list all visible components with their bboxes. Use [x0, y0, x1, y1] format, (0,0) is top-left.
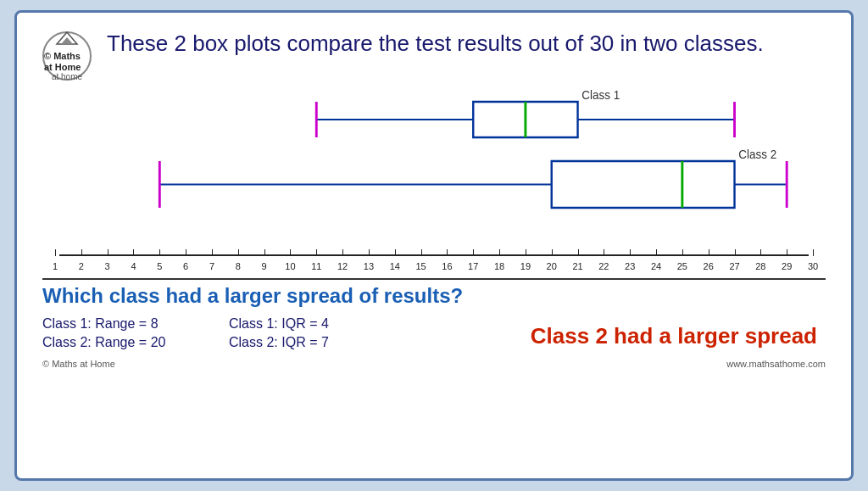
tick-mark [552, 249, 553, 256]
number-line: 1234567891011121314151617181920212223242… [42, 237, 826, 271]
axis-label: 12 [337, 261, 348, 271]
class2-iqr: Class 2: IQR = 7 [229, 335, 398, 350]
axis-label: 11 [311, 261, 321, 271]
axis-label: 28 [755, 261, 765, 271]
tick-mark [212, 249, 213, 256]
tick-mark [473, 249, 474, 256]
svg-marker-1 [61, 37, 73, 44]
footer-right: www.mathsathome.com [726, 359, 826, 369]
tick-mark [395, 249, 396, 256]
tick-mark [342, 249, 343, 256]
tick-mark [316, 249, 317, 256]
tick-mark [133, 249, 134, 256]
tick-mark [578, 249, 579, 256]
tick-mark [630, 249, 631, 256]
axis-label: 27 [729, 261, 739, 271]
logo-maths-text: © Maths at Home [44, 51, 90, 71]
tick-mark [108, 249, 108, 256]
iqr-stats: Class 1: IQR = 4 Class 2: IQR = 7 [229, 316, 398, 350]
question-text: Which class had a larger spread of resul… [42, 284, 826, 308]
tick-mark [369, 249, 370, 256]
logo-home-text: at home [52, 72, 82, 81]
class2-range: Class 2: Range = 20 [42, 335, 212, 350]
class1-range: Class 1: Range = 8 [42, 316, 212, 332]
axis-label: 16 [442, 261, 452, 271]
range-stats: Class 1: Range = 8 Class 2: Range = 20 [42, 316, 212, 350]
tick-mark [735, 249, 736, 256]
axis-label: 13 [364, 261, 374, 271]
axis-label: 10 [285, 261, 295, 271]
tick-mark [787, 249, 787, 256]
tick-mark [499, 249, 500, 256]
main-card: © Maths at Home at home These 2 box plot… [14, 10, 854, 481]
tick-mark [760, 249, 761, 256]
svg-text:Class 2: Class 2 [738, 148, 776, 161]
plots-area: Class 1Class 2 1234567891011121314151617… [42, 89, 826, 271]
tick-mark [264, 249, 265, 256]
axis-label: 7 [209, 261, 214, 271]
boxplot-svg: Class 1Class 2 [55, 89, 813, 237]
svg-text:Class 1: Class 1 [581, 89, 620, 102]
axis-label: 21 [572, 261, 582, 271]
class1-iqr: Class 1: IQR = 4 [229, 316, 398, 332]
svg-rect-11 [552, 161, 735, 208]
tick-mark [238, 249, 239, 256]
tick-mark [159, 249, 160, 256]
axis-label: 26 [704, 261, 714, 271]
page-title: These 2 box plots compare the test resul… [107, 30, 826, 59]
axis-label: 17 [468, 261, 478, 271]
tick-mark [604, 249, 604, 256]
stats-and-answer: Class 1: Range = 8 Class 2: Range = 20 C… [42, 316, 826, 350]
axis-label: 15 [415, 261, 426, 271]
axis-label: 23 [625, 261, 635, 271]
footer: © Maths at Home www.mathsathome.com [42, 359, 826, 369]
header: © Maths at Home at home These 2 box plot… [42, 30, 826, 81]
tick-mark [682, 249, 683, 256]
axis-label: 18 [494, 261, 504, 271]
axis-label: 20 [547, 261, 557, 271]
tick-mark [526, 249, 526, 256]
footer-left: © Maths at Home [42, 359, 115, 369]
logo: © Maths at Home at home [42, 31, 92, 81]
axis-label: 3 [105, 261, 110, 271]
axis-label: 19 [520, 261, 531, 271]
axis-label: 29 [782, 261, 792, 271]
question-section: Which class had a larger spread of resul… [42, 278, 826, 350]
axis-label: 4 [131, 261, 136, 271]
tick-mark [447, 249, 448, 256]
tick-mark [709, 249, 709, 256]
axis-label: 6 [183, 261, 188, 271]
axis-label: 30 [808, 261, 818, 271]
axis-label: 22 [598, 261, 609, 271]
axis-label: 14 [390, 261, 400, 271]
axis-label: 9 [262, 261, 267, 271]
tick-mark [81, 249, 82, 256]
tick-mark [656, 249, 657, 256]
tick-mark [186, 249, 186, 256]
tick-mark [813, 249, 814, 256]
axis-label: 5 [157, 261, 162, 271]
axis-label: 2 [79, 261, 84, 271]
tick-mark [290, 249, 291, 256]
axis-label: 8 [236, 261, 241, 271]
axis-label: 25 [677, 261, 687, 271]
tick-mark [421, 249, 422, 256]
answer-text: Class 2 had a larger spread [531, 323, 826, 349]
axis-label: 24 [651, 261, 661, 271]
tick-mark [55, 249, 56, 256]
axis-label: 1 [53, 261, 58, 271]
